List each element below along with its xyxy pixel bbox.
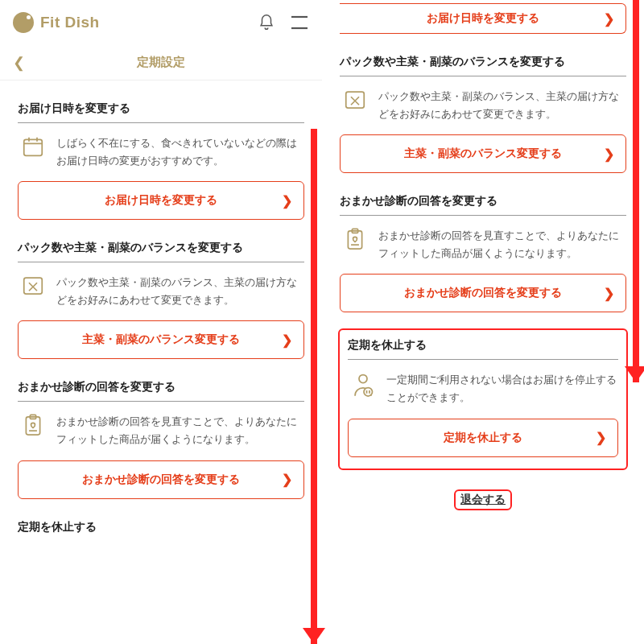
chevron-right-icon: ❯ [604, 286, 614, 301]
change-shindan-button[interactable]: おまかせ診断の回答を変更する ❯ [340, 274, 626, 312]
section-desc: パック数や主菜・副菜のバランス、主菜の届け方などをお好みにあわせて変更できます。 [378, 88, 625, 123]
clipboard-icon [19, 413, 47, 439]
brand-text: Fit Dish [40, 14, 100, 31]
brand-logo: Fit Dish [13, 12, 100, 33]
chevron-right-icon: ❯ [282, 193, 292, 208]
svg-rect-6 [346, 92, 365, 108]
svg-point-10 [364, 388, 373, 397]
change-balance-button[interactable]: 主菜・副菜のバランス変更する ❯ [340, 134, 626, 173]
cta-label: 主菜・副菜のバランス変更する [404, 147, 562, 161]
menu-icon[interactable] [290, 14, 309, 31]
cta-label: おまかせ診断の回答を変更する [404, 286, 562, 300]
svg-rect-2 [24, 139, 43, 155]
section-desc: 一定期間ご利用されない場合はお届けを停止することができます。 [386, 371, 617, 407]
section-title: おまかせ診断の回答を変更する [340, 194, 626, 216]
clipboard-icon [341, 227, 369, 253]
section-pause: 定期を休止する 一定期間ご利用されない場合はお届けを停止することができます。 定… [340, 330, 626, 468]
cta-label: おまかせ診断の回答を変更する [82, 473, 240, 487]
section-title: 定期を休止する [348, 338, 618, 360]
svg-point-9 [359, 375, 367, 383]
section-shindan: おまかせ診断の回答を変更する おまかせ診断の回答を見直すことで、よりあなたにフィ… [340, 194, 626, 312]
pause-button[interactable]: 定期を休止する ❯ [348, 419, 618, 457]
svg-rect-3 [24, 278, 43, 294]
chevron-right-icon: ❯ [604, 11, 614, 27]
logo-icon [13, 12, 34, 33]
chevron-right-icon: ❯ [604, 147, 614, 162]
section-desc: おまかせ診断の回答を見直すことで、よりあなたにフィットした商品が届くようになりま… [56, 413, 303, 448]
user-pause-icon [349, 371, 377, 398]
svg-rect-7 [348, 231, 361, 249]
chevron-right-icon: ❯ [596, 430, 606, 445]
back-icon[interactable]: ❮ [13, 54, 25, 72]
svg-rect-4 [26, 417, 39, 435]
section-balance: パック数や主菜・副菜のバランスを変更する パック数や主菜・副菜のバランス、主菜の… [18, 241, 304, 359]
notifications-icon[interactable] [258, 14, 275, 31]
meal-icon [19, 274, 47, 298]
change-delivery-button[interactable]: お届け日時を変更する ❯ [340, 3, 626, 34]
section-pause-peek: 定期を休止する [18, 520, 304, 541]
section-title: お届け日時を変更する [18, 101, 304, 123]
change-delivery-button[interactable]: お届け日時を変更する ❯ [18, 181, 304, 220]
cta-label: お届け日時を変更する [427, 11, 539, 26]
section-title: 定期を休止する [18, 520, 304, 541]
section-title: おまかせ診断の回答を変更する [18, 380, 304, 402]
meal-icon [341, 88, 369, 112]
change-shindan-button[interactable]: おまかせ診断の回答を変更する ❯ [18, 460, 304, 499]
withdraw-link[interactable]: 退会する [456, 491, 510, 509]
change-balance-button[interactable]: 主菜・副菜のバランス変更する ❯ [18, 320, 304, 359]
chevron-right-icon: ❯ [282, 472, 292, 487]
section-desc: パック数や主菜・副菜のバランス、主菜の届け方などをお好みにあわせて変更できます。 [56, 274, 303, 309]
section-desc: おまかせ診断の回答を見直すことで、よりあなたにフィットした商品が届くようになりま… [378, 227, 625, 262]
sub-header: ❮ 定期設定 [0, 45, 322, 80]
section-title: パック数や主菜・副菜のバランスを変更する [340, 55, 626, 76]
section-delivery: お届け日時を変更する しばらく不在にする、食べきれていないなどの際はお届け日時の… [18, 101, 304, 220]
section-desc: しばらく不在にする、食べきれていないなどの際はお届け日時の変更がおすすめです。 [56, 134, 303, 170]
cta-label: 主菜・副菜のバランス変更する [82, 332, 240, 347]
calendar-icon [19, 134, 47, 159]
cta-label: お届け日時を変更する [105, 193, 217, 208]
section-balance: パック数や主菜・副菜のバランスを変更する パック数や主菜・副菜のバランス、主菜の… [340, 55, 626, 173]
page-title: 定期設定 [0, 55, 322, 70]
scroll-arrow-icon [311, 129, 317, 644]
section-shindan: おまかせ診断の回答を変更する おまかせ診断の回答を見直すことで、よりあなたにフィ… [18, 380, 304, 498]
scroll-arrow-icon [633, 0, 639, 382]
chevron-right-icon: ❯ [282, 332, 292, 348]
cta-label: 定期を休止する [444, 431, 522, 445]
section-title: パック数や主菜・副菜のバランスを変更する [18, 241, 304, 262]
app-header: Fit Dish [0, 0, 322, 45]
